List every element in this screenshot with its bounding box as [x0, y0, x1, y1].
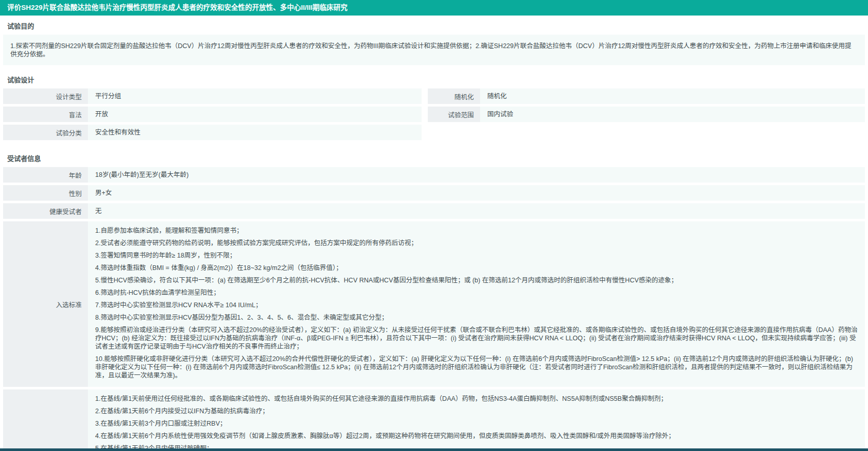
inclusion-item: 10.能够按照肝硬化或非肝硬化进行分类（本研究可入选不超过20%的合并代偿性肝硬… — [95, 355, 858, 380]
exclusion-criteria-list: 1.在基线/第1天前使用过任何经批准的、或各期临床试验性的、或包括自境外购买的任… — [88, 389, 865, 451]
inclusion-item: 9.能够按照初治或经治进行分类（本研究可入选不超过20%的经治受试者），定义如下… — [95, 326, 858, 351]
design-table-left: 设计类型 平行分组 盲法 开放 试验分类 安全性和有效性 — [3, 88, 422, 143]
randomization-label: 随机化 — [428, 88, 480, 104]
design-type-value: 平行分组 — [88, 88, 422, 104]
design-table: 设计类型 平行分组 盲法 开放 试验分类 安全性和有效性 随机化 随机化 — [3, 88, 865, 143]
table-row: 随机化 随机化 — [428, 88, 865, 104]
exclusion-item: 4.在基线/第1天前6个月内系统性使用强效免疫调节剂（如肾上腺皮质激素、胸腺肽α… — [95, 432, 858, 440]
section-heading-subjects: 受试者信息 — [7, 153, 865, 163]
inclusion-item: 7.筛选时中心实验室检测显示HCV RNA水平≥ 104 IU/mL； — [95, 301, 858, 309]
trial-classification-value: 安全性和有效性 — [88, 125, 422, 140]
table-row: 试验分类 安全性和有效性 — [3, 125, 422, 140]
inclusion-item: 6.筛选时抗-HCV抗体的血清学检测呈阳性； — [95, 289, 858, 297]
purpose-text: 1.探索不同剂量的SH229片联合固定剂量的盐酸达拉他韦（DCV）片治疗12周对… — [3, 35, 865, 65]
trial-detail-page: 评价SH229片联合盐酸达拉他韦片治疗慢性丙型肝炎成人患者的疗效和安全性的开放性… — [0, 0, 868, 451]
exclusion-item: 1.在基线/第1天前使用过任何经批准的、或各期临床试验性的、或包括自境外购买的任… — [95, 395, 858, 403]
exclusion-item: 3.在基线/第1天前3个月内口服或注射过RBV； — [95, 419, 858, 428]
inclusion-criteria-list: 1.自愿参加本临床试验，能理解和签署知情同意书； 2.受试者必须能遵守研究药物的… — [88, 221, 865, 387]
inclusion-item: 4.筛选时体重指数（BMI = 体重(kg) / 身高2(m2)）在18~32 … — [95, 264, 858, 272]
healthy-subjects-label: 健康受试者 — [3, 203, 88, 219]
section-heading-design: 试验设计 — [7, 74, 865, 84]
age-label: 年龄 — [3, 167, 88, 183]
table-row: 设计类型 平行分组 — [3, 88, 422, 104]
page-content: 试验目的 1.探索不同剂量的SH229片联合固定剂量的盐酸达拉他韦（DCV）片治… — [0, 21, 868, 451]
exclusion-criteria-row: 1.在基线/第1天前使用过任何经批准的、或各期临床试验性的、或包括自境外购买的任… — [3, 389, 865, 451]
design-table-right: 随机化 随机化 试验范围 国内试验 — [428, 88, 865, 143]
table-row: 盲法 开放 — [3, 107, 422, 122]
inclusion-item: 3.签署知情同意书时的年龄≥ 18周岁，性别不限； — [95, 251, 858, 260]
randomization-value: 随机化 — [480, 88, 865, 104]
exclusion-criteria-label — [3, 389, 88, 451]
trial-scope-value: 国内试验 — [480, 107, 865, 122]
gender-label: 性别 — [3, 185, 88, 201]
age-value: 18岁(最小年龄)至无岁(最大年龄) — [88, 167, 865, 183]
title-bar: 评价SH229片联合盐酸达拉他韦片治疗慢性丙型肝炎成人患者的疗效和安全性的开放性… — [0, 0, 868, 16]
bottom-window-edge — [0, 448, 868, 451]
blinding-value: 开放 — [88, 107, 422, 122]
inclusion-item: 5.慢性HCV感染确诊，符合以下其中一项：(a) 在筛选期至少6个月之前的抗-H… — [95, 276, 858, 284]
exclusion-item: 2.在基线/第1天前6个月内接受过以IFN为基础的抗病毒治疗； — [95, 407, 858, 415]
purpose-panel: 1.探索不同剂量的SH229片联合固定剂量的盐酸达拉他韦（DCV）片治疗12周对… — [3, 35, 865, 65]
table-row: 性别 男+女 — [3, 185, 865, 201]
inclusion-criteria-label: 入选标准 — [3, 221, 88, 387]
table-row: 健康受试者 无 — [3, 203, 865, 219]
trial-classification-label: 试验分类 — [3, 125, 88, 140]
design-type-label: 设计类型 — [3, 88, 88, 104]
healthy-subjects-value: 无 — [88, 203, 865, 219]
gender-value: 男+女 — [88, 185, 865, 201]
blinding-label: 盲法 — [3, 107, 88, 122]
inclusion-item: 1.自愿参加本临床试验，能理解和签署知情同意书； — [95, 227, 858, 235]
table-row: 年龄 18岁(最小年龄)至无岁(最大年龄) — [3, 167, 865, 183]
inclusion-criteria-row: 入选标准 1.自愿参加本临床试验，能理解和签署知情同意书； 2.受试者必须能遵守… — [3, 221, 865, 387]
inclusion-item: 2.受试者必须能遵守研究药物的给药说明，能够按照试验方案完成研究评估，包括方案中… — [95, 239, 858, 247]
table-row: 试验范围 国内试验 — [428, 107, 865, 122]
trial-scope-label: 试验范围 — [428, 107, 480, 122]
page-title: 评价SH229片联合盐酸达拉他韦片治疗慢性丙型肝炎成人患者的疗效和安全性的开放性… — [7, 4, 348, 11]
inclusion-item: 8.筛选时中心实验室检测显示HCV基因分型为基因1、2、3、4、5、6、混合型、… — [95, 313, 858, 322]
section-heading-purpose: 试验目的 — [7, 21, 865, 31]
